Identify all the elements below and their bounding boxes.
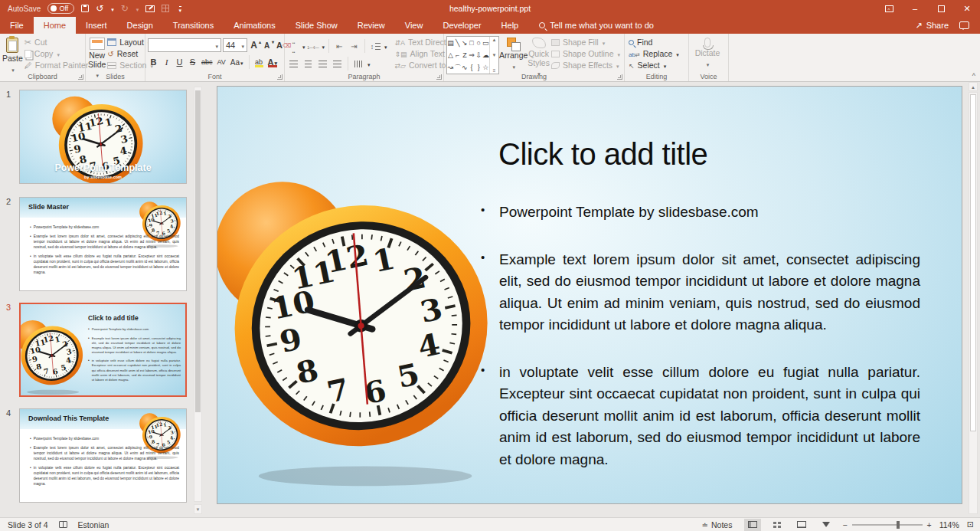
zoom-slider[interactable] xyxy=(852,524,923,526)
scrollbar-thumb[interactable] xyxy=(970,94,976,431)
align-right-button[interactable] xyxy=(316,58,329,70)
font-name-combo[interactable] xyxy=(148,38,221,52)
shape-elbow-icon[interactable]: ⌐ xyxy=(454,49,461,61)
notes-button[interactable]: Notes xyxy=(697,520,737,529)
underline-button[interactable]: U xyxy=(174,56,185,68)
change-case-button[interactable]: Aa xyxy=(229,56,245,68)
arrange-button[interactable]: Arrange xyxy=(499,36,528,70)
shape-textbox-icon[interactable]: ▤ xyxy=(447,37,454,49)
start-from-beginning-icon[interactable] xyxy=(145,5,155,12)
thumbnail-slide-4[interactable]: Download This Template 123456789101112 •… xyxy=(19,408,187,503)
text-shadow-button[interactable]: abc xyxy=(200,56,214,68)
tab-review[interactable]: Review xyxy=(348,17,395,34)
zoom-level[interactable]: 114% xyxy=(939,520,959,529)
slide-body-placeholder[interactable]: •Powerpoint Template by slidesbase.com •… xyxy=(481,202,920,496)
save-icon[interactable] xyxy=(81,5,89,12)
tab-developer[interactable]: Developer xyxy=(433,17,491,34)
shape-brace-left-icon[interactable]: { xyxy=(468,61,475,74)
tab-view[interactable]: View xyxy=(395,17,433,34)
fit-slide-to-window-icon[interactable] xyxy=(967,520,974,529)
highlight-color-button[interactable]: ab xyxy=(253,56,265,68)
minimize-button[interactable] xyxy=(902,0,928,17)
tab-help[interactable]: Help xyxy=(492,17,529,34)
replace-button[interactable]: Replace xyxy=(627,48,681,59)
numbering-button[interactable] xyxy=(307,41,320,52)
share-button[interactable]: Share xyxy=(915,21,949,31)
undo-icon[interactable] xyxy=(96,4,103,13)
shape-arc-icon[interactable]: ⌒ xyxy=(454,61,461,74)
tab-design[interactable]: Design xyxy=(117,17,163,34)
thumbnail-slide-1[interactable]: 123456789101112 PowerPoint Template by s… xyxy=(19,90,187,184)
font-color-button[interactable]: A xyxy=(266,56,279,68)
normal-view-button[interactable] xyxy=(744,519,761,531)
tab-file[interactable]: File xyxy=(0,17,34,34)
paste-button[interactable]: Paste xyxy=(2,36,23,74)
justify-button[interactable] xyxy=(331,58,344,70)
line-spacing-button[interactable] xyxy=(369,41,382,52)
paragraph-dialog-launcher[interactable] xyxy=(436,74,442,80)
shapes-gallery[interactable]: ▤ ╲ ↘ □ ○ ▭ △ ⌐ Z ⇒ ⇩ ☁ ↝ ⌒ ∿ { } xyxy=(446,36,499,74)
font-size-combo[interactable]: 44 xyxy=(223,38,247,52)
shape-arrow-right-icon[interactable]: ⇒ xyxy=(468,49,475,61)
clipboard-dialog-launcher[interactable] xyxy=(78,74,83,80)
columns-button[interactable] xyxy=(352,58,365,70)
reading-view-button[interactable] xyxy=(793,519,810,531)
shape-wave-icon[interactable]: ∿ xyxy=(461,61,468,74)
font-dialog-launcher[interactable] xyxy=(277,74,283,80)
find-button[interactable]: Find xyxy=(627,37,681,48)
shape-arrow-down-icon[interactable]: ⇩ xyxy=(475,49,482,61)
shapes-gallery-scroll[interactable]: ▲▼≡ xyxy=(489,37,498,74)
shape-rectangle-icon[interactable]: □ xyxy=(468,37,475,49)
close-button[interactable] xyxy=(954,0,980,17)
character-spacing-button[interactable]: AV xyxy=(216,56,227,68)
decrease-font-button[interactable]: A xyxy=(262,39,273,51)
strikethrough-button[interactable]: S xyxy=(187,56,198,68)
shape-rounded-rect-icon[interactable]: ▭ xyxy=(482,37,489,49)
slideshow-button[interactable] xyxy=(818,519,835,531)
thumbnail-slide-3[interactable]: 123456789101112 Click to add title •Powe… xyxy=(19,303,187,397)
tab-insert[interactable]: Insert xyxy=(76,17,117,34)
thumbnail-scroll-down-icon[interactable]: ▼ xyxy=(194,504,202,514)
comments-icon[interactable] xyxy=(959,21,969,29)
slide-title-placeholder[interactable]: Click to add title xyxy=(498,137,707,172)
shape-freeform-icon[interactable]: Z xyxy=(461,49,468,61)
align-left-button[interactable] xyxy=(287,58,300,70)
zoom-in-button[interactable]: + xyxy=(927,520,932,529)
bold-button[interactable]: B xyxy=(148,56,159,68)
language-indicator[interactable]: Estonian xyxy=(78,520,109,529)
shape-oval-icon[interactable]: ○ xyxy=(475,37,482,49)
tab-transitions[interactable]: Transitions xyxy=(163,17,224,34)
proofing-icon[interactable] xyxy=(59,521,67,528)
customize-qat-icon[interactable] xyxy=(176,2,184,15)
ribbon-display-options-button[interactable]: ^ xyxy=(876,0,902,17)
bullets-button[interactable] xyxy=(287,41,300,52)
shape-arrow-line-icon[interactable]: ↘ xyxy=(461,37,468,49)
increase-font-button[interactable]: A xyxy=(249,39,260,51)
tell-me-search[interactable]: Tell me what you want to do xyxy=(528,17,665,34)
maximize-button[interactable] xyxy=(928,0,954,17)
shape-cloud-icon[interactable]: ☁ xyxy=(482,49,489,61)
thumbnail-scrollbar[interactable] xyxy=(194,87,202,502)
italic-button[interactable]: I xyxy=(161,56,172,68)
select-button[interactable]: Select xyxy=(627,60,681,70)
decrease-indent-button[interactable] xyxy=(333,41,346,52)
drawing-dialog-launcher[interactable] xyxy=(617,74,622,80)
zoom-out-button[interactable]: − xyxy=(842,520,847,529)
autosave-toggle[interactable]: Off xyxy=(47,3,74,14)
shape-curved-arrow-icon[interactable]: ↝ xyxy=(447,61,454,74)
align-center-button[interactable] xyxy=(302,58,315,70)
slide-sorter-button[interactable] xyxy=(769,519,786,531)
shape-brace-right-icon[interactable]: } xyxy=(475,61,482,74)
shape-triangle-icon[interactable]: △ xyxy=(447,49,454,61)
shape-line-icon[interactable]: ╲ xyxy=(454,37,461,49)
increase-indent-button[interactable] xyxy=(348,41,361,52)
main-scrollbar[interactable]: ▲ xyxy=(969,82,978,514)
undo-dropdown[interactable] xyxy=(110,4,114,13)
tab-animations[interactable]: Animations xyxy=(224,17,285,34)
slide-canvas[interactable]: 123456789101112 Click to add title •Powe… xyxy=(217,86,962,504)
shape-star-icon[interactable]: ☆ xyxy=(482,61,489,74)
collapse-ribbon-icon[interactable]: ^ xyxy=(972,72,975,80)
tab-home[interactable]: Home xyxy=(34,17,76,34)
scroll-up-icon[interactable]: ▲ xyxy=(969,82,978,91)
tab-slideshow[interactable]: Slide Show xyxy=(286,17,348,34)
